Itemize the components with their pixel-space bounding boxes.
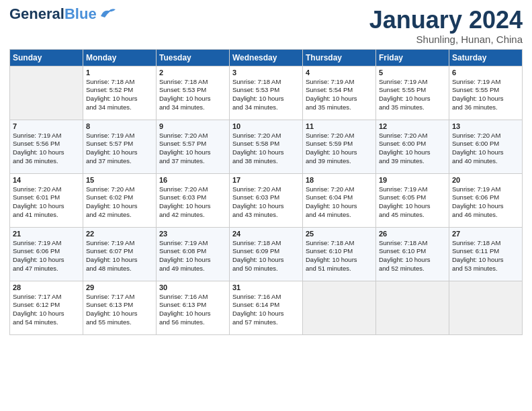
logo-blue: Blue	[64, 5, 97, 22]
day-number: 7	[13, 122, 80, 130]
logo: GeneralBlue	[9, 7, 117, 21]
day-number: 11	[306, 122, 373, 130]
day-info: Sunrise: 7:19 AM Sunset: 6:06 PM Dayligh…	[13, 239, 80, 273]
calendar-cell	[10, 66, 83, 120]
day-number: 30	[159, 283, 226, 291]
week-row-2: 7Sunrise: 7:19 AM Sunset: 5:56 PM Daylig…	[10, 120, 523, 173]
day-info: Sunrise: 7:19 AM Sunset: 5:56 PM Dayligh…	[13, 132, 80, 166]
day-info: Sunrise: 7:19 AM Sunset: 5:55 PM Dayligh…	[379, 78, 446, 112]
calendar-cell: 10Sunrise: 7:20 AM Sunset: 5:58 PM Dayli…	[230, 120, 303, 173]
logo-general: General	[9, 5, 64, 22]
day-number: 28	[13, 283, 80, 291]
day-number: 10	[232, 122, 300, 130]
day-info: Sunrise: 7:19 AM Sunset: 5:54 PM Dayligh…	[306, 78, 373, 112]
month-title: January 2024	[369, 7, 523, 34]
calendar-cell: 24Sunrise: 7:18 AM Sunset: 6:09 PM Dayli…	[230, 227, 303, 281]
calendar-cell: 14Sunrise: 7:20 AM Sunset: 6:01 PM Dayli…	[10, 173, 83, 227]
day-info: Sunrise: 7:20 AM Sunset: 6:00 PM Dayligh…	[452, 132, 519, 166]
day-info: Sunrise: 7:20 AM Sunset: 6:01 PM Dayligh…	[13, 185, 80, 220]
day-info: Sunrise: 7:18 AM Sunset: 6:10 PM Dayligh…	[306, 239, 373, 273]
day-header-saturday: Saturday	[449, 49, 523, 66]
calendar-cell: 21Sunrise: 7:19 AM Sunset: 6:06 PM Dayli…	[10, 227, 83, 281]
calendar-cell: 28Sunrise: 7:17 AM Sunset: 6:12 PM Dayli…	[10, 281, 83, 334]
week-row-3: 14Sunrise: 7:20 AM Sunset: 6:01 PM Dayli…	[10, 173, 523, 227]
day-info: Sunrise: 7:20 AM Sunset: 6:03 PM Dayligh…	[232, 185, 300, 220]
logo-bird-icon	[98, 7, 117, 21]
day-info: Sunrise: 7:19 AM Sunset: 6:08 PM Dayligh…	[159, 239, 226, 273]
day-header-thursday: Thursday	[303, 49, 376, 66]
calendar-cell: 18Sunrise: 7:20 AM Sunset: 6:04 PM Dayli…	[303, 173, 376, 227]
calendar-cell	[376, 281, 449, 334]
header: GeneralBlue January 2024 Shunling, Hunan…	[9, 7, 523, 45]
day-info: Sunrise: 7:20 AM Sunset: 5:57 PM Dayligh…	[159, 132, 226, 166]
week-row-4: 21Sunrise: 7:19 AM Sunset: 6:06 PM Dayli…	[10, 227, 523, 281]
calendar-cell: 2Sunrise: 7:18 AM Sunset: 5:53 PM Daylig…	[157, 66, 230, 120]
day-number: 14	[13, 176, 80, 184]
day-info: Sunrise: 7:20 AM Sunset: 5:58 PM Dayligh…	[232, 132, 300, 166]
calendar-cell: 25Sunrise: 7:18 AM Sunset: 6:10 PM Dayli…	[303, 227, 376, 281]
location: Shunling, Hunan, China	[369, 34, 523, 45]
calendar-cell: 3Sunrise: 7:18 AM Sunset: 5:53 PM Daylig…	[230, 66, 303, 120]
calendar-cell: 9Sunrise: 7:20 AM Sunset: 5:57 PM Daylig…	[157, 120, 230, 173]
day-number: 8	[86, 122, 153, 130]
day-info: Sunrise: 7:19 AM Sunset: 6:05 PM Dayligh…	[379, 185, 446, 220]
day-number: 29	[86, 283, 153, 291]
day-number: 18	[306, 176, 373, 184]
calendar-cell: 6Sunrise: 7:19 AM Sunset: 5:55 PM Daylig…	[449, 66, 523, 120]
calendar-cell: 27Sunrise: 7:18 AM Sunset: 6:11 PM Dayli…	[449, 227, 523, 281]
calendar-cell: 13Sunrise: 7:20 AM Sunset: 6:00 PM Dayli…	[449, 120, 523, 173]
day-info: Sunrise: 7:20 AM Sunset: 6:03 PM Dayligh…	[159, 185, 226, 220]
calendar-cell: 26Sunrise: 7:18 AM Sunset: 6:10 PM Dayli…	[376, 227, 449, 281]
calendar-cell: 30Sunrise: 7:16 AM Sunset: 6:13 PM Dayli…	[157, 281, 230, 334]
day-info: Sunrise: 7:18 AM Sunset: 6:11 PM Dayligh…	[452, 239, 519, 273]
day-info: Sunrise: 7:16 AM Sunset: 6:13 PM Dayligh…	[159, 293, 226, 327]
calendar-cell: 12Sunrise: 7:20 AM Sunset: 6:00 PM Dayli…	[376, 120, 449, 173]
day-info: Sunrise: 7:20 AM Sunset: 6:02 PM Dayligh…	[86, 185, 153, 220]
day-info: Sunrise: 7:20 AM Sunset: 6:00 PM Dayligh…	[379, 132, 446, 166]
day-info: Sunrise: 7:17 AM Sunset: 6:13 PM Dayligh…	[86, 293, 153, 327]
day-number: 23	[159, 230, 226, 238]
day-number: 25	[306, 230, 373, 238]
calendar-cell: 17Sunrise: 7:20 AM Sunset: 6:03 PM Dayli…	[230, 173, 303, 227]
day-number: 1	[86, 68, 153, 77]
day-number: 19	[379, 176, 446, 184]
calendar-cell: 31Sunrise: 7:16 AM Sunset: 6:14 PM Dayli…	[230, 281, 303, 334]
day-header-wednesday: Wednesday	[230, 49, 303, 66]
calendar-cell	[303, 281, 376, 334]
day-number: 5	[379, 68, 446, 77]
day-number: 12	[379, 122, 446, 130]
calendar-cell: 4Sunrise: 7:19 AM Sunset: 5:54 PM Daylig…	[303, 66, 376, 120]
calendar-cell: 23Sunrise: 7:19 AM Sunset: 6:08 PM Dayli…	[157, 227, 230, 281]
day-number: 3	[232, 68, 300, 77]
day-info: Sunrise: 7:17 AM Sunset: 6:12 PM Dayligh…	[13, 293, 80, 327]
calendar-header-row: SundayMondayTuesdayWednesdayThursdayFrid…	[10, 49, 523, 66]
calendar-cell: 1Sunrise: 7:18 AM Sunset: 5:52 PM Daylig…	[83, 66, 157, 120]
day-number: 22	[86, 230, 153, 238]
day-info: Sunrise: 7:20 AM Sunset: 5:59 PM Dayligh…	[306, 132, 373, 166]
week-row-5: 28Sunrise: 7:17 AM Sunset: 6:12 PM Dayli…	[10, 281, 523, 334]
day-info: Sunrise: 7:18 AM Sunset: 5:52 PM Dayligh…	[86, 78, 153, 112]
week-row-1: 1Sunrise: 7:18 AM Sunset: 5:52 PM Daylig…	[10, 66, 523, 120]
day-header-friday: Friday	[376, 49, 449, 66]
day-info: Sunrise: 7:20 AM Sunset: 6:04 PM Dayligh…	[306, 185, 373, 220]
day-number: 6	[452, 68, 519, 77]
day-number: 4	[306, 68, 373, 77]
title-block: January 2024 Shunling, Hunan, China	[369, 7, 523, 45]
day-header-sunday: Sunday	[10, 49, 83, 66]
calendar-cell: 22Sunrise: 7:19 AM Sunset: 6:07 PM Dayli…	[83, 227, 157, 281]
calendar-cell: 16Sunrise: 7:20 AM Sunset: 6:03 PM Dayli…	[157, 173, 230, 227]
calendar-cell: 20Sunrise: 7:19 AM Sunset: 6:06 PM Dayli…	[449, 173, 523, 227]
day-info: Sunrise: 7:18 AM Sunset: 6:09 PM Dayligh…	[232, 239, 300, 273]
day-header-tuesday: Tuesday	[157, 49, 230, 66]
day-info: Sunrise: 7:18 AM Sunset: 5:53 PM Dayligh…	[159, 78, 226, 112]
calendar-table: SundayMondayTuesdayWednesdayThursdayFrid…	[9, 49, 523, 335]
calendar-cell: 7Sunrise: 7:19 AM Sunset: 5:56 PM Daylig…	[10, 120, 83, 173]
day-info: Sunrise: 7:19 AM Sunset: 5:57 PM Dayligh…	[86, 132, 153, 166]
calendar-cell	[449, 281, 523, 334]
calendar-cell: 19Sunrise: 7:19 AM Sunset: 6:05 PM Dayli…	[376, 173, 449, 227]
day-number: 2	[159, 68, 226, 77]
calendar-cell: 29Sunrise: 7:17 AM Sunset: 6:13 PM Dayli…	[83, 281, 157, 334]
day-info: Sunrise: 7:18 AM Sunset: 6:10 PM Dayligh…	[379, 239, 446, 273]
day-number: 31	[232, 283, 300, 291]
day-info: Sunrise: 7:19 AM Sunset: 6:07 PM Dayligh…	[86, 239, 153, 273]
